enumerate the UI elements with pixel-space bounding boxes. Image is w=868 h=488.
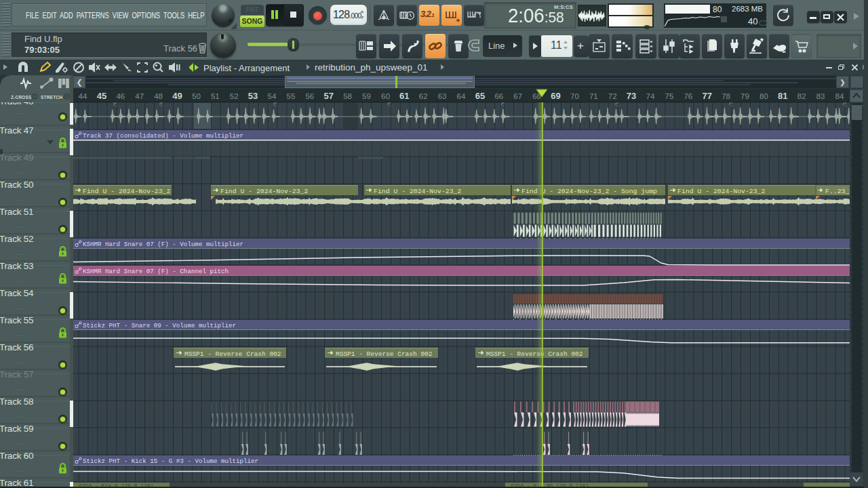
svg-text:59: 59 (362, 92, 371, 100)
svg-text:70: 70 (570, 92, 579, 100)
svg-text:75: 75 (665, 92, 674, 100)
svg-text:66: 66 (494, 92, 503, 100)
svg-text:78: 78 (722, 92, 730, 100)
svg-text:74: 74 (646, 92, 655, 100)
svg-text:52: 52 (230, 92, 239, 100)
svg-text:MSSP1 - Reverse Crash 002: MSSP1 - Reverse Crash 002 (486, 350, 583, 358)
svg-text:Stickz PHT - Snare 09 - Volume: Stickz PHT - Snare 09 - Volume multiplie… (83, 322, 236, 329)
svg-text:63: 63 (438, 92, 447, 100)
svg-text:76: 76 (684, 92, 692, 100)
svg-text:53: 53 (248, 91, 258, 101)
svg-text:Find U - 2024-Nov-23_2: Find U - 2024-Nov-23_2 (220, 188, 308, 195)
svg-text:51: 51 (211, 92, 220, 100)
svg-text:49: 49 (172, 91, 182, 101)
svg-text:56: 56 (305, 92, 314, 100)
svg-text:82: 82 (797, 92, 806, 100)
svg-text:54: 54 (268, 92, 277, 100)
svg-text:77: 77 (702, 91, 711, 101)
svg-text:58: 58 (343, 92, 352, 100)
svg-text:73: 73 (627, 91, 636, 101)
svg-text:Find U - 2024-Nov-23_2: Find U - 2024-Nov-23_2 (83, 188, 170, 195)
svg-text:46: 46 (116, 92, 125, 100)
svg-text:MSSP1 - Reverse Crash 002: MSSP1 - Reverse Crash 002 (184, 350, 281, 358)
svg-text:69: 69 (551, 91, 560, 101)
svg-text:Stickz PHT - Kick 15 - G #3 -: Stickz PHT - Kick 15 - G #3 - Volume mul… (83, 458, 258, 465)
svg-text:KSHMR Hard Snare 07 (F) - Chan: KSHMR Hard Snare 07 (F) - Channel pitch (83, 268, 229, 275)
svg-text:71: 71 (589, 92, 598, 100)
svg-text:79: 79 (741, 92, 749, 100)
svg-text:61: 61 (399, 91, 409, 101)
svg-text:81: 81 (778, 91, 787, 101)
svg-text:Find U - 2024-Nov-23_2: Find U - 2024-Nov-23_2 (374, 188, 461, 195)
svg-text:44: 44 (79, 92, 87, 100)
svg-text:50: 50 (192, 92, 201, 100)
svg-text:72: 72 (608, 92, 617, 100)
svg-text:65: 65 (475, 91, 485, 101)
svg-text:64: 64 (457, 92, 466, 100)
svg-text:60: 60 (381, 92, 390, 100)
svg-text:Find U - 2024-Nov-23_2: Find U - 2024-Nov-23_2 (677, 188, 765, 195)
svg-text:55: 55 (287, 92, 296, 100)
svg-text:KSHMR Hard Snare 07 (F) - Volu: KSHMR Hard Snare 07 (F) - Volume multipl… (83, 241, 243, 248)
svg-text:80: 80 (760, 92, 768, 100)
svg-text:48: 48 (154, 92, 163, 100)
svg-text:83: 83 (816, 92, 825, 100)
svg-text:Track 37 (consolidated) - Volu: Track 37 (consolidated) - Volume multipl… (83, 132, 243, 140)
svg-text:47: 47 (135, 92, 144, 100)
svg-text:62: 62 (419, 92, 428, 100)
svg-text:84: 84 (835, 92, 844, 100)
svg-text:67: 67 (513, 92, 522, 100)
svg-text:57: 57 (323, 91, 333, 101)
svg-text:MSSP1 - Reverse Crash 002: MSSP1 - Reverse Crash 002 (336, 350, 433, 358)
svg-text:45: 45 (97, 91, 106, 101)
